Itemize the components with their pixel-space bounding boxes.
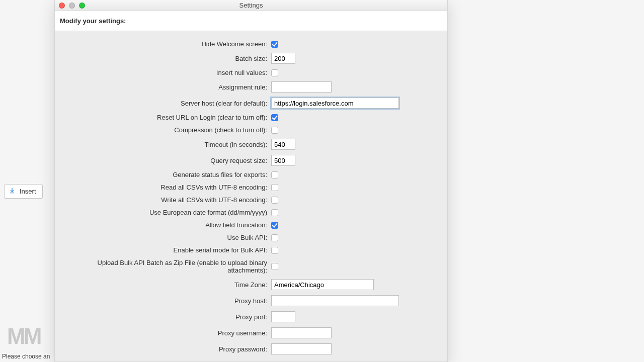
traffic-lights <box>59 3 85 9</box>
read-utf8-label: Read all CSVs with UTF-8 encoding: <box>65 184 271 191</box>
window-title: Settings <box>55 2 447 9</box>
euro-date-checkbox[interactable] <box>271 209 278 216</box>
proxy-pass-input[interactable] <box>271 343 332 354</box>
insert-button[interactable]: Insert <box>4 184 43 199</box>
titlebar: Settings <box>55 0 447 11</box>
write-utf8-label: Write all CSVs with UTF-8 encoding: <box>65 196 271 204</box>
proxy-user-label: Proxy username: <box>65 329 271 337</box>
settings-window: Settings Modify your settings: Hide Welc… <box>54 0 448 362</box>
zip-bulk-label: Upload Bulk API Batch as Zip File (enabl… <box>65 259 271 274</box>
status-text: Please choose an <box>2 353 50 360</box>
insert-nulls-checkbox[interactable] <box>271 69 278 76</box>
proxy-user-input[interactable] <box>271 327 332 338</box>
page-header: Modify your settings: <box>55 11 447 31</box>
timezone-input[interactable] <box>271 279 374 290</box>
timeout-label: Timeout (in seconds): <box>65 141 271 148</box>
serial-bulk-checkbox[interactable] <box>271 247 278 254</box>
reset-url-checkbox[interactable] <box>271 114 278 121</box>
zoom-icon[interactable] <box>79 3 85 9</box>
insert-button-label: Insert <box>20 188 36 195</box>
server-host-label: Server host (clear for default): <box>65 100 271 107</box>
server-host-input[interactable] <box>271 98 399 109</box>
gen-status-label: Generate status files for exports: <box>65 171 271 178</box>
hide-welcome-checkbox[interactable] <box>271 41 278 48</box>
settings-form[interactable]: Hide Welcome screen: Batch size: Insert … <box>55 31 447 361</box>
insert-nulls-label: Insert null values: <box>65 69 271 76</box>
proxy-port-input[interactable] <box>271 311 295 322</box>
truncation-checkbox[interactable] <box>271 222 278 229</box>
bulk-api-checkbox[interactable] <box>271 234 278 241</box>
batch-size-label: Batch size: <box>65 55 271 62</box>
write-utf8-checkbox[interactable] <box>271 197 278 204</box>
query-size-input[interactable] <box>271 155 295 166</box>
bulk-api-label: Use Bulk API: <box>65 234 271 241</box>
watermark: MM <box>7 324 40 349</box>
assignment-rule-label: Assignment rule: <box>65 83 271 91</box>
proxy-host-label: Proxy host: <box>65 297 271 305</box>
minimize-icon[interactable] <box>69 3 75 9</box>
close-icon[interactable] <box>59 3 65 9</box>
serial-bulk-label: Enable serial mode for Bulk API: <box>65 246 271 254</box>
compression-label: Compression (check to turn off): <box>65 126 271 134</box>
gen-status-checkbox[interactable] <box>271 171 278 178</box>
zip-bulk-checkbox[interactable] <box>271 263 278 270</box>
download-icon <box>9 187 16 196</box>
proxy-pass-label: Proxy password: <box>65 345 271 353</box>
compression-checkbox[interactable] <box>271 127 278 134</box>
timeout-input[interactable] <box>271 139 295 150</box>
read-utf8-checkbox[interactable] <box>271 184 278 191</box>
query-size-label: Query request size: <box>65 157 271 164</box>
proxy-host-input[interactable] <box>271 295 399 306</box>
euro-date-label: Use European date format (dd/mm/yyyy) <box>65 209 271 216</box>
proxy-port-label: Proxy port: <box>65 313 271 321</box>
hide-welcome-label: Hide Welcome screen: <box>65 40 271 48</box>
truncation-label: Allow field truncation: <box>65 221 271 229</box>
assignment-rule-input[interactable] <box>271 81 332 93</box>
batch-size-input[interactable] <box>271 53 295 64</box>
timezone-label: Time Zone: <box>65 281 271 289</box>
reset-url-label: Reset URL on Login (clear to turn off): <box>65 114 271 121</box>
